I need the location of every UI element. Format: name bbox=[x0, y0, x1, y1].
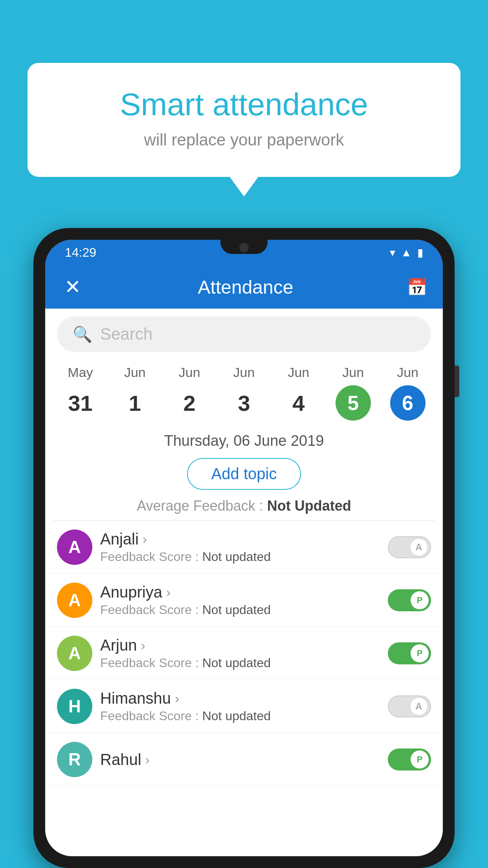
app-bar-title: Attendance bbox=[198, 276, 294, 298]
calendar-cell-date-0[interactable]: 31 bbox=[53, 390, 108, 416]
add-topic-button[interactable]: Add topic bbox=[187, 458, 301, 490]
avatar: R bbox=[57, 742, 92, 777]
phone-frame: 14:29 ▾ ▲ ▮ ✕ Attendance 📅 🔍 Search May … bbox=[33, 228, 455, 868]
calendar-cell-month-4: Jun bbox=[271, 365, 326, 380]
signal-icon: ▲ bbox=[401, 246, 412, 259]
attendance-toggle-on[interactable]: P bbox=[388, 642, 431, 664]
student-info[interactable]: Rahul › bbox=[92, 751, 388, 769]
calendar-cell-date-6[interactable]: 6 bbox=[380, 385, 435, 421]
list-item: R Rahul › P bbox=[45, 733, 443, 786]
chevron-right-icon: › bbox=[145, 752, 150, 767]
speech-bubble: Smart attendance will replace your paper… bbox=[28, 63, 460, 177]
attendance-toggle-off[interactable]: A bbox=[388, 695, 431, 717]
close-button[interactable]: ✕ bbox=[61, 276, 84, 298]
chevron-right-icon: › bbox=[175, 691, 179, 706]
calendar-cell-date-4[interactable]: 4 bbox=[271, 390, 326, 416]
avatar-letter: H bbox=[68, 697, 81, 716]
avatar-letter: R bbox=[68, 750, 81, 769]
date-circle-6: 6 bbox=[390, 385, 426, 421]
toggle-container[interactable]: P bbox=[388, 748, 431, 771]
calendar-cell-month-0: May bbox=[53, 365, 108, 380]
avg-feedback-value: Not Updated bbox=[267, 498, 351, 514]
calendar-cell-month-1: Jun bbox=[108, 365, 162, 380]
calendar-cell-date-3[interactable]: 3 bbox=[217, 390, 272, 416]
month-label-2: Jun bbox=[179, 365, 200, 380]
calendar-cell-month-3: Jun bbox=[217, 365, 272, 380]
search-bar[interactable]: 🔍 Search bbox=[57, 316, 431, 352]
search-placeholder: Search bbox=[100, 325, 152, 344]
avatar: A bbox=[57, 530, 92, 565]
add-topic-container: Add topic bbox=[45, 453, 443, 495]
student-feedback: Feedback Score : Not updated bbox=[100, 550, 380, 564]
student-list: A Anjali › Feedback Score : Not updated … bbox=[45, 521, 443, 856]
status-time: 14:29 bbox=[65, 245, 96, 260]
add-topic-label: Add topic bbox=[211, 465, 277, 482]
calendar-months-row: May Jun Jun Jun Jun Jun Jun bbox=[45, 360, 443, 381]
date-circle-5: 5 bbox=[336, 385, 371, 421]
attendance-toggle-on[interactable]: P bbox=[388, 589, 431, 611]
date-label-5: 5 bbox=[347, 391, 359, 415]
date-label-3: 3 bbox=[238, 390, 250, 416]
month-label-1: Jun bbox=[124, 365, 146, 380]
bubble-subtitle: will replace your paperwork bbox=[59, 131, 429, 149]
calendar-cell-date-5[interactable]: 5 bbox=[326, 385, 380, 421]
avatar-letter: A bbox=[68, 537, 81, 557]
calendar-dates-row: 31 1 2 3 4 5 6 bbox=[45, 381, 443, 425]
selected-date: Thursday, 06 June 2019 bbox=[45, 425, 443, 453]
student-info[interactable]: Anjali › Feedback Score : Not updated bbox=[92, 530, 388, 564]
toggle-container[interactable]: A bbox=[388, 536, 431, 558]
calendar-cell-date-2[interactable]: 2 bbox=[162, 390, 217, 416]
toggle-container[interactable]: A bbox=[388, 695, 431, 717]
chevron-right-icon: › bbox=[141, 638, 145, 653]
toggle-knob: A bbox=[410, 538, 428, 556]
chevron-right-icon: › bbox=[166, 585, 171, 600]
student-info[interactable]: Himanshu › Feedback Score : Not updated bbox=[92, 690, 388, 723]
chevron-right-icon: › bbox=[143, 531, 147, 547]
list-item: A Anjali › Feedback Score : Not updated … bbox=[45, 521, 443, 574]
toggle-knob: P bbox=[411, 644, 429, 662]
month-label-3: Jun bbox=[233, 365, 255, 380]
search-icon: 🔍 bbox=[73, 325, 92, 344]
avatar: A bbox=[57, 583, 92, 618]
calendar-cell-month-5: Jun bbox=[326, 365, 380, 380]
student-name: Arjun › bbox=[100, 636, 380, 654]
toggle-container[interactable]: P bbox=[388, 642, 431, 664]
list-item: H Himanshu › Feedback Score : Not update… bbox=[45, 680, 443, 733]
app-bar: ✕ Attendance 📅 bbox=[45, 265, 443, 309]
date-label-4: 4 bbox=[292, 390, 305, 416]
student-feedback: Feedback Score : Not updated bbox=[100, 709, 380, 723]
toggle-knob: A bbox=[410, 697, 428, 715]
student-feedback: Feedback Score : Not updated bbox=[100, 603, 380, 617]
date-label-2: 2 bbox=[183, 390, 196, 416]
month-label-4: Jun bbox=[288, 365, 309, 380]
calendar-cell-date-1[interactable]: 1 bbox=[108, 390, 162, 416]
speech-bubble-container: Smart attendance will replace your paper… bbox=[28, 63, 460, 177]
toggle-container[interactable]: P bbox=[388, 589, 431, 611]
date-label-1: 1 bbox=[129, 390, 141, 416]
attendance-toggle-off[interactable]: A bbox=[388, 536, 431, 558]
list-item: A Arjun › Feedback Score : Not updated P bbox=[45, 627, 443, 680]
bubble-title: Smart attendance bbox=[59, 86, 429, 123]
battery-icon: ▮ bbox=[417, 246, 423, 259]
calendar-icon[interactable]: 📅 bbox=[407, 278, 427, 297]
attendance-toggle-on[interactable]: P bbox=[388, 748, 431, 771]
date-label-0: 31 bbox=[68, 390, 92, 416]
wifi-icon: ▾ bbox=[390, 246, 395, 259]
student-name: Anjali › bbox=[100, 530, 380, 548]
month-label-6: Jun bbox=[397, 365, 418, 380]
student-name: Himanshu › bbox=[100, 690, 380, 707]
phone-screen: 14:29 ▾ ▲ ▮ ✕ Attendance 📅 🔍 Search May … bbox=[45, 240, 443, 856]
avatar: H bbox=[57, 689, 92, 724]
list-item: A Anupriya › Feedback Score : Not update… bbox=[45, 574, 443, 627]
avatar-letter: A bbox=[68, 644, 81, 663]
student-info[interactable]: Arjun › Feedback Score : Not updated bbox=[92, 636, 388, 670]
toggle-knob: P bbox=[411, 591, 429, 609]
calendar-cell-month-2: Jun bbox=[162, 365, 217, 380]
avg-feedback-label: Average Feedback : bbox=[137, 498, 267, 514]
month-label-0: May bbox=[68, 365, 93, 380]
student-info[interactable]: Anupriya › Feedback Score : Not updated bbox=[92, 583, 388, 617]
toggle-knob: P bbox=[411, 750, 429, 769]
average-feedback: Average Feedback : Not Updated bbox=[45, 495, 443, 520]
student-name: Anupriya › bbox=[100, 583, 380, 601]
avatar: A bbox=[57, 636, 92, 671]
